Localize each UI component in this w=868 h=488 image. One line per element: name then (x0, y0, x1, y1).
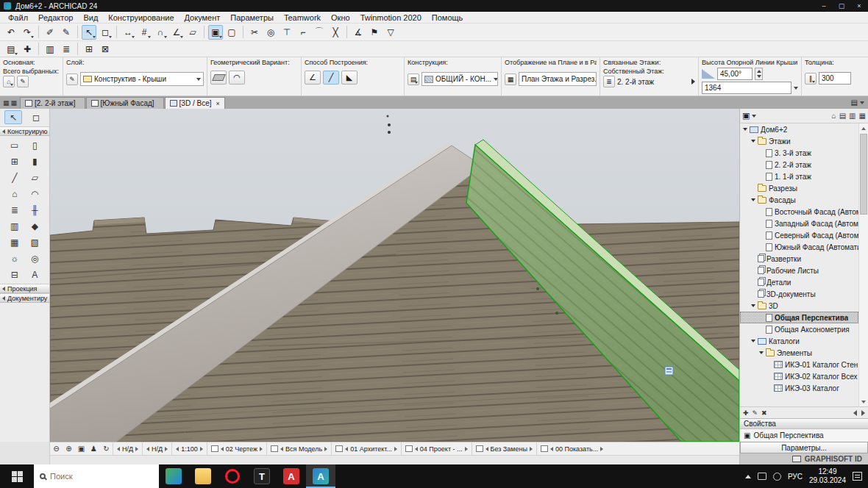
publisher-sets-icon[interactable]: ▦ (859, 112, 866, 120)
tree-item-elev-south[interactable]: Южный Фасад (Автоматическ (740, 241, 858, 253)
toolbox-section-projection[interactable]: Проекция (0, 284, 49, 293)
step-left-icon[interactable] (280, 447, 283, 451)
tool-text[interactable]: A (26, 268, 43, 281)
viewport-3d[interactable] (50, 109, 739, 442)
language-indicator[interactable]: РУС (788, 473, 803, 481)
tree-item-schedule-walls[interactable]: ИКЭ-01 Каталог Стен (740, 359, 858, 370)
properties-header[interactable]: Свойства (740, 418, 868, 429)
pick-up-parameters-button[interactable]: ✐ (43, 25, 57, 40)
segment-renovation[interactable]: 00 Показать... (536, 442, 607, 455)
pet-palette-handle[interactable] (665, 367, 673, 375)
tree-item-elevations[interactable]: Фасады (740, 194, 858, 206)
chevron-left-icon[interactable] (853, 410, 857, 416)
tree-item-generic-perspective[interactable]: Общая Перспектива (740, 312, 858, 323)
step-right-icon[interactable] (394, 447, 397, 451)
gravity-button[interactable]: ∩ (153, 25, 168, 40)
menu-teamwork[interactable]: Teamwork (279, 13, 326, 22)
tool-railing[interactable]: ╫ (26, 203, 43, 217)
rename-item-button[interactable]: ✎ (753, 409, 758, 417)
step-right-icon[interactable] (135, 447, 138, 451)
tab-2nd-floor[interactable]: [2. 2-й этаж] (20, 97, 85, 109)
layers-dialog-button[interactable]: ▥ (43, 42, 57, 57)
tree-item-sections[interactable]: Разрезы (740, 182, 858, 194)
zoom-out-button[interactable]: ⊖ (50, 445, 63, 453)
tool-door[interactable]: ▯ (26, 138, 43, 152)
chevron-down-icon[interactable] (860, 101, 864, 104)
menu-file[interactable]: Файл (3, 13, 33, 22)
method-gable-button[interactable]: ◣ (341, 71, 357, 85)
tree-item-story-1[interactable]: 1. 1-й этаж (740, 171, 858, 182)
toolbox-section-design[interactable]: Конструирую (0, 126, 49, 136)
scrollbar-thumb[interactable] (860, 134, 867, 215)
single-plane-roof-button[interactable] (210, 71, 227, 85)
edit-node-dot[interactable] (536, 287, 539, 290)
chevron-down-icon[interactable] (794, 87, 798, 90)
marquee-tool-button[interactable]: ◻ (98, 25, 113, 40)
arrow-tool-button[interactable]: ↖ (82, 25, 96, 40)
layout-book-icon[interactable]: ▥ (849, 112, 855, 120)
step-left-icon[interactable] (146, 447, 149, 451)
favorites-button[interactable]: ▤ (4, 42, 18, 57)
floor-plan-display-button[interactable]: ▦ (505, 73, 516, 85)
step-right-icon[interactable] (260, 447, 263, 451)
tab-overflow-icon[interactable]: ▤ (851, 98, 858, 107)
maximize-button[interactable]: ▢ (833, 0, 850, 12)
tool-morph[interactable]: ◆ (26, 219, 43, 233)
tree-item-elements[interactable]: Элементы (740, 347, 858, 359)
chevron-down-icon[interactable] (752, 115, 756, 118)
arrow-tool[interactable]: ↖ (4, 110, 22, 124)
tool-shell[interactable]: ◠ (26, 187, 43, 201)
tool-opening[interactable]: ⊟ (6, 268, 24, 281)
scroll-up-icon[interactable] (859, 123, 868, 133)
toolbar-button[interactable] (38, 26, 39, 38)
project-map-icon[interactable]: ⌂ (832, 112, 836, 120)
tool-mesh[interactable]: ▦ (6, 235, 24, 249)
taskbar-app-archicad[interactable]: A (306, 464, 335, 488)
search-input[interactable] (50, 472, 135, 481)
segment-drawing[interactable]: 02 Чертеж (207, 442, 266, 455)
step-right-icon[interactable] (165, 447, 168, 451)
marquee-tool[interactable]: ◻ (27, 110, 45, 124)
segment-overrides[interactable]: Без Замены (472, 442, 536, 455)
clock[interactable]: 12:49 29.03.2024 (809, 467, 846, 485)
step-right-icon[interactable] (324, 447, 327, 451)
tool-curtain-wall[interactable]: ▥ (6, 219, 24, 233)
walk-mode-button[interactable]: ♟ (88, 445, 100, 453)
project-chooser-icon[interactable]: ▣ (742, 111, 750, 121)
minimize-button[interactable]: – (815, 0, 833, 12)
toolbar-button[interactable] (77, 26, 78, 38)
tool-roof[interactable]: ⌂ (6, 187, 24, 201)
tree-item-generic-axonometry[interactable]: Общая Аксонометрия (740, 323, 858, 335)
tool-object[interactable]: ☼ (6, 251, 24, 265)
segment-view-project[interactable]: 04 Проект - ... (401, 442, 472, 455)
delete-item-button[interactable]: ✖ (761, 409, 767, 417)
close-button[interactable]: × (850, 0, 868, 12)
zoom-in-button[interactable]: ⊕ (63, 445, 75, 453)
segment-preview-na[interactable]: Н/Д (113, 442, 142, 455)
segment-pen-na[interactable]: Н/Д (142, 442, 171, 455)
tree-item-worksheets[interactable]: Рабочие Листы (740, 265, 858, 276)
pitch-angle-input[interactable]: 45,00° (717, 68, 753, 80)
toolbar-button[interactable] (243, 26, 243, 38)
story-settings-button[interactable]: ≣ (59, 42, 74, 57)
guide-lines-button[interactable]: ∠ (169, 25, 184, 40)
menu-editor[interactable]: Редактор (33, 13, 78, 22)
step-left-icon[interactable] (117, 447, 120, 451)
tool-beam[interactable]: ╱ (6, 171, 24, 184)
method-horizontal-button[interactable]: ∠ (305, 71, 321, 85)
view-map-icon[interactable]: ▤ (839, 112, 846, 120)
tool-zone[interactable]: ▧ (26, 235, 43, 249)
step-right-icon[interactable] (600, 447, 603, 451)
menu-options[interactable]: Параметры (225, 13, 279, 22)
method-slope-button[interactable]: ╱ (323, 71, 339, 85)
measure-button[interactable]: ∡ (351, 25, 366, 40)
mark-up-button[interactable]: ⚑ (367, 25, 382, 40)
tree-item-3d-documents[interactable]: 3D-документы (740, 288, 858, 300)
action-center-icon[interactable] (853, 472, 862, 481)
expander-icon[interactable] (751, 198, 758, 201)
composite-button[interactable]: ▤ (408, 73, 419, 85)
tree-scrollbar[interactable] (858, 123, 868, 406)
adjust-button[interactable]: ⌐ (296, 25, 310, 40)
tray-network-icon[interactable] (758, 473, 766, 480)
menu-view[interactable]: Вид (78, 13, 103, 22)
